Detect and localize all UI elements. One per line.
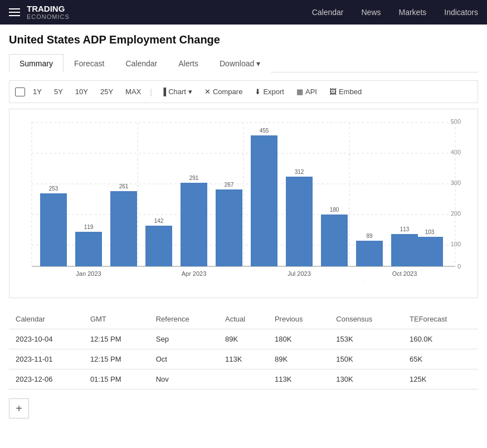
svg-text:Jan 2023: Jan 2023 [76,270,101,277]
compare-button[interactable]: ✕ Compare [200,85,247,98]
svg-text:253: 253 [49,186,59,192]
table-cell-1-4: 89K [268,349,329,369]
export-icon: ⬇ [255,87,261,96]
api-button[interactable]: ▦ API [292,85,322,98]
table-cell-1-1: 12:15 PM [84,349,149,369]
bar-chart-svg: 500 400 300 200 100 0 253 [15,115,472,281]
embed-icon: 🖼 [329,87,337,96]
col-header-reference: Reference [149,309,218,329]
svg-text:312: 312 [295,169,304,175]
table-cell-0-0: 2023-10-04 [9,329,84,349]
svg-text:261: 261 [119,183,129,189]
bar-6 [216,189,242,266]
period-1y[interactable]: 1Y [28,85,46,98]
svg-text:142: 142 [154,218,164,224]
bar-10 [356,241,383,266]
col-header-previous: Previous [268,309,329,329]
svg-text:500: 500 [451,118,461,125]
logo-trading: TRADING [27,4,70,14]
table-header-row: Calendar GMT Reference Actual Previous C… [9,309,478,329]
chart-type-button[interactable]: ▐ Chart ▾ [157,85,197,98]
hamburger-menu[interactable] [9,8,20,16]
table-cell-2-2: Nov [149,369,218,389]
period-10y[interactable]: 10Y [71,85,92,98]
svg-text:291: 291 [189,175,199,181]
svg-text:0: 0 [457,263,461,270]
svg-text:119: 119 [84,224,94,230]
bar-chart-icon: ▐ [161,87,166,96]
table-cell-0-5: 153K [329,329,403,349]
table-cell-0-1: 12:15 PM [84,329,149,349]
add-row-button[interactable]: + [9,398,29,418]
svg-text:200: 200 [451,210,461,217]
bar-7 [251,135,277,266]
export-button[interactable]: ⬇ Export [250,85,289,98]
bar-4 [145,226,172,266]
period-max[interactable]: MAX [121,85,145,98]
table-cell-1-2: Oct [149,349,218,369]
nav-links: Calendar News Markets Indicators [312,8,478,17]
svg-text:267: 267 [225,182,234,188]
bar-1 [40,193,67,266]
compare-label: Compare [213,87,242,96]
svg-text:Oct 2023: Oct 2023 [392,270,417,277]
bar-3 [110,191,137,266]
api-label: API [305,87,317,96]
svg-text:113: 113 [400,226,410,232]
nav-link-calendar[interactable]: Calendar [312,8,344,17]
logo-economics: ECONOMICS [27,13,70,20]
nav-link-markets[interactable]: Markets [399,8,427,17]
svg-text:455: 455 [260,128,269,134]
site-logo: TRADING ECONOMICS [27,4,70,21]
table-cell-1-0: 2023-11-01 [9,349,84,369]
svg-text:TRADINGECONOMICS.COM | AUTOMAT: TRADINGECONOMICS.COM | AUTOMATIC DATA PR… [294,280,455,281]
data-table: Calendar GMT Reference Actual Previous C… [9,309,478,389]
svg-text:89: 89 [366,233,373,239]
nav-link-indicators[interactable]: Indicators [444,8,478,17]
table-cell-1-5: 150K [329,349,403,369]
table-cell-0-3: 89K [218,329,268,349]
table-row: 2023-10-0412:15 PMSep89K180K153K160.0K [9,329,478,349]
col-header-teforecast: TEForecast [403,309,478,329]
tab-alerts[interactable]: Alerts [168,54,209,72]
tabs-bar: Summary Forecast Calendar Alerts Downloa… [9,54,478,72]
table-cell-2-4: 113K [268,369,329,389]
nav-link-news[interactable]: News [361,8,381,17]
col-header-calendar: Calendar [9,309,84,329]
svg-text:Apr 2023: Apr 2023 [182,270,207,277]
chart-container: 500 400 300 200 100 0 253 [9,109,478,298]
bar-5 [181,183,207,266]
table-cell-0-6: 160.0K [403,329,478,349]
tab-download[interactable]: Download ▾ [209,54,271,72]
svg-text:400: 400 [451,149,461,155]
table-cell-2-1: 01:15 PM [84,369,149,389]
period-5y[interactable]: 5Y [50,85,67,98]
table-cell-0-4: 180K [268,329,329,349]
calendar-icon[interactable] [15,87,25,96]
export-label: Export [263,87,284,96]
chart-dropdown-icon: ▾ [188,87,192,96]
bar-9 [321,215,348,266]
compare-icon: ✕ [204,87,211,96]
table-row: 2023-11-0112:15 PMOct113K89K150K65K [9,349,478,369]
tab-summary[interactable]: Summary [9,54,64,72]
table-cell-2-5: 130K [329,369,403,389]
svg-text:180: 180 [330,207,339,213]
api-icon: ▦ [296,87,303,96]
tab-calendar[interactable]: Calendar [115,54,168,72]
bar-2 [75,232,102,266]
svg-text:100: 100 [451,241,461,247]
col-header-consensus: Consensus [329,309,403,329]
embed-label: Embed [339,87,362,96]
table-row: 2023-12-0601:15 PMNov113K130K125K [9,369,478,389]
table-cell-2-6: 125K [403,369,478,389]
table-cell-1-3: 113K [218,349,268,369]
page-content: United States ADP Employment Change Summ… [0,25,487,418]
embed-button[interactable]: 🖼 Embed [325,85,366,98]
period-25y[interactable]: 25Y [96,85,118,98]
table-cell-2-3 [218,369,268,389]
col-header-actual: Actual [218,309,268,329]
bar-12 [416,237,443,266]
tab-forecast[interactable]: Forecast [64,54,115,72]
separator-1: | [150,87,152,96]
